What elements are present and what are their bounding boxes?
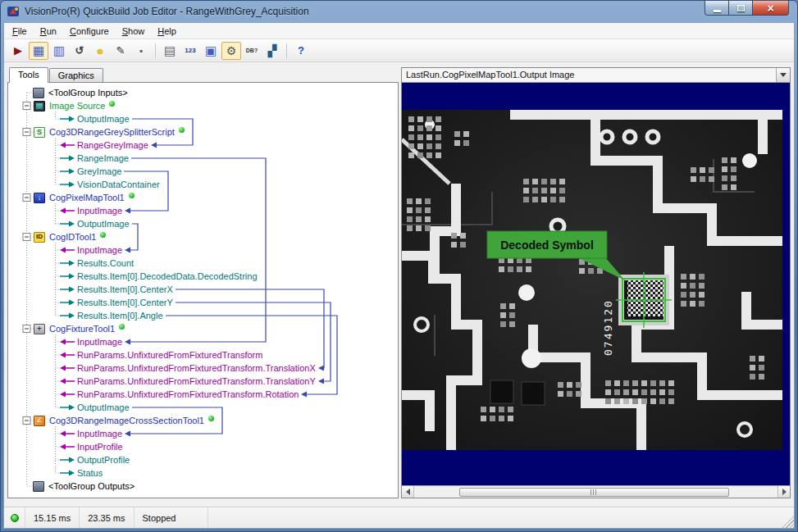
tree-item-cog3drangegreysplitterscript[interactable]: Cog3DRangeGreySplitterScript <box>8 125 398 139</box>
scroll-left-button[interactable] <box>402 486 414 498</box>
tree-item-cog3drangeimagecrosssectiontool1[interactable]: Cog3DRangeImageCrossSectionTool1 <box>8 414 398 427</box>
scroll-right-button[interactable] <box>777 486 790 498</box>
tree-item-labelwrap: InputImage <box>77 429 122 439</box>
toolbar <box>4 39 794 62</box>
tree-item-results-item-0-centerx[interactable]: Results.Item[0].CenterX <box>8 283 398 296</box>
tree-item-label: InputImage <box>77 245 122 255</box>
pcb-image: 0749120 Decoded Symbol <box>402 110 782 450</box>
close-button[interactable]: × <box>752 1 789 16</box>
tree-item-outputprofile[interactable]: OutputProfile <box>8 453 398 466</box>
script-tool-icon <box>34 127 45 138</box>
tree-item-label: RunParams.UnfixturedFromFixturedTransfor… <box>77 389 299 399</box>
tree-item-cogfixturetool1[interactable]: CogFixtureTool1 <box>8 322 398 335</box>
tree-item-labelwrap: Results.Item[0].CenterX <box>77 284 173 294</box>
horizontal-scrollbar[interactable] <box>402 485 790 498</box>
id-tool-icon <box>34 232 45 243</box>
status-led-cell <box>4 507 25 528</box>
tree-item-labelwrap: CogPixelMapTool1 <box>49 193 135 202</box>
show-quickbuild-icon[interactable] <box>29 42 48 60</box>
tree-item-labelwrap: Results.Count <box>77 258 134 268</box>
tree-item-results-item-0-centery[interactable]: Results.Item[0].CenterY <box>8 296 398 309</box>
pen-icon[interactable] <box>111 42 130 60</box>
tree-item-labelwrap: CogFixtureTool1 <box>49 324 125 334</box>
tree-item-label: InputProfile <box>77 442 123 452</box>
maximize-button[interactable] <box>729 1 752 16</box>
toolgroup-terminals-icon <box>33 88 44 98</box>
tree-item-label: <ToolGroup Inputs> <box>48 88 128 98</box>
minimize-button[interactable] <box>705 1 729 16</box>
tree-item-labelwrap: OutputImage <box>77 219 130 229</box>
menu-run[interactable]: Run <box>34 24 63 39</box>
tree-item-inputimage[interactable]: InputImage <box>8 335 398 348</box>
tree-item-runparams-unfixturedfromfixturedtransform-translationy[interactable]: RunParams.UnfixturedFromFixturedTransfor… <box>8 375 398 388</box>
tree-item-status[interactable]: Status <box>8 466 398 480</box>
tree-item-inputimage[interactable]: InputImage <box>8 427 398 440</box>
image-source-label: LastRun.CogPixelMapTool1.Output Image <box>402 68 776 82</box>
tree-item-labelwrap: CogIDTool1 <box>49 232 106 242</box>
tree-item-results-item-0-angle[interactable]: Results.Item[0].Angle <box>8 309 398 322</box>
tree-item-rangeimage[interactable]: RangeImage <box>8 152 398 165</box>
numeric-icon[interactable] <box>180 42 200 60</box>
window-icon[interactable] <box>201 42 221 60</box>
tree-item-outputimage[interactable]: OutputImage <box>8 112 398 125</box>
menu-bar: FileRunConfigureShowHelp <box>4 23 794 39</box>
total-time: 23.35 ms <box>80 507 134 528</box>
tree-item-labelwrap: VisionDataContainer <box>77 180 160 189</box>
tree-item-greyimage[interactable]: GreyImage <box>8 165 398 178</box>
chart-icon[interactable] <box>262 42 282 60</box>
tree-item-inputprofile[interactable]: InputProfile <box>8 440 398 453</box>
tree-item-runparams-unfixturedfromfixturedtransform-translationx[interactable]: RunParams.UnfixturedFromFixturedTransfor… <box>8 361 398 375</box>
tree-item-visiondatacontainer[interactable]: VisionDataContainer <box>8 178 398 191</box>
scrollbar-thumb[interactable] <box>459 488 729 497</box>
tree-item-rangegreyimage[interactable]: RangeGreyImage <box>8 139 398 152</box>
title-bar[interactable]: VisionPro(R) QuickBuild Job Editor - Ran… <box>3 1 795 22</box>
tree-item-labelwrap: Cog3DRangeImageCrossSectionTool1 <box>49 416 214 425</box>
dropdown-button[interactable] <box>776 68 790 82</box>
tree-item-inputimage[interactable]: InputImage <box>8 204 398 217</box>
image-display[interactable]: 0749120 Decoded Symbol <box>402 83 790 485</box>
run-job-icon[interactable] <box>8 42 28 60</box>
step-icon[interactable] <box>49 42 69 60</box>
tree-item-labelwrap: InputImage <box>77 245 122 255</box>
resize-grip[interactable] <box>782 516 794 528</box>
tree-item-toolgroup-outputs[interactable]: <ToolGroup Outputs> <box>8 480 398 493</box>
tree-item-label: Cog3DRangeImageCrossSectionTool1 <box>49 416 204 425</box>
database-icon[interactable] <box>242 42 262 60</box>
tree-item-labelwrap: Cog3DRangeGreySplitterScript <box>49 127 185 137</box>
tree-item-labelwrap: Image Source <box>49 101 115 111</box>
tree-item-inputimage[interactable]: InputImage <box>8 243 398 257</box>
tab-graphics[interactable]: Graphics <box>49 68 103 82</box>
menu-configure[interactable]: Configure <box>63 24 116 39</box>
image-source-selector[interactable]: LastRun.CogPixelMapTool1.Output Image <box>402 68 790 83</box>
tree-item-label: RunParams.UnfixturedFromFixturedTransfor… <box>77 350 262 360</box>
run-state: Stopped <box>135 507 208 528</box>
tree-item-label: InputImage <box>77 206 122 216</box>
stamp-icon[interactable] <box>131 42 151 60</box>
menu-file[interactable]: File <box>6 24 34 39</box>
symbol-text: 0749120 <box>602 299 614 356</box>
tree-item-labelwrap: RunParams.UnfixturedFromFixturedTransfor… <box>77 389 299 399</box>
tree-item-outputimage[interactable]: OutputImage <box>8 401 398 414</box>
tree-item-toolgroup-inputs[interactable]: <ToolGroup Inputs> <box>8 86 398 99</box>
tree-item-labelwrap: OutputImage <box>77 402 130 412</box>
tree-item-cogpixelmaptool1[interactable]: CogPixelMapTool1 <box>8 191 398 204</box>
tree-item-label: CogFixtureTool1 <box>49 324 115 334</box>
tree-item-labelwrap: Results.Item[0].Angle <box>77 311 163 321</box>
tree-item-results-count[interactable]: Results.Count <box>8 257 398 270</box>
tab-tools[interactable]: Tools <box>9 67 48 83</box>
wrench-icon[interactable] <box>221 42 241 60</box>
menu-help[interactable]: Help <box>151 24 183 39</box>
tree-item-runparams-unfixturedfromfixturedtransform-rotation[interactable]: RunParams.UnfixturedFromFixturedTransfor… <box>8 388 398 401</box>
tree-item-outputimage[interactable]: OutputImage <box>8 217 398 230</box>
edit-page-icon[interactable] <box>160 42 180 60</box>
reset-icon[interactable] <box>70 42 89 60</box>
tree-item-labelwrap: InputImage <box>77 337 122 347</box>
help-icon[interactable] <box>291 42 311 60</box>
menu-show[interactable]: Show <box>116 24 152 39</box>
tree-item-label: CogIDTool1 <box>49 232 96 242</box>
tree-item-runparams-unfixturedfromfixturedtransform[interactable]: RunParams.UnfixturedFromFixturedTransfor… <box>8 348 398 361</box>
tree-item-results-item-0-decodeddata-decodedstring[interactable]: Results.Item[0].DecodedData.DecodedStrin… <box>8 270 398 283</box>
pause-icon[interactable] <box>90 42 110 60</box>
tree-item-cogidtool1[interactable]: CogIDTool1 <box>8 230 398 243</box>
tree-item-image-source[interactable]: Image Source <box>8 99 398 112</box>
